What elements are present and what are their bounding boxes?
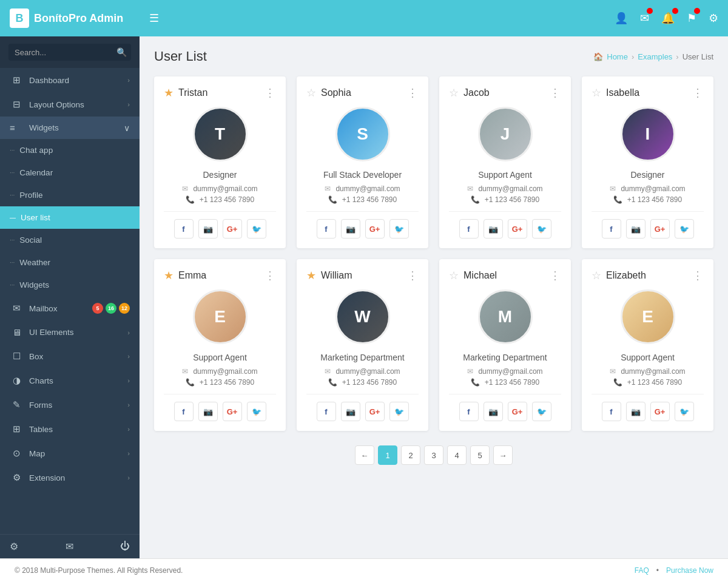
- card-star[interactable]: ☆: [449, 269, 459, 282]
- instagram-button[interactable]: 📷: [198, 219, 218, 239]
- sidebar-item-mailbox[interactable]: ✉ Mailbox 5 16 12: [0, 296, 140, 320]
- twitter-button[interactable]: 🐦: [389, 402, 409, 421]
- card-star[interactable]: ☆: [306, 86, 316, 100]
- menu-toggle-icon[interactable]: ☰: [149, 12, 615, 25]
- card-star[interactable]: ★: [164, 86, 174, 100]
- card-menu-dots[interactable]: ⋮: [692, 86, 704, 100]
- footer-mail-icon[interactable]: ✉: [66, 541, 73, 552]
- card-menu-dots[interactable]: ⋮: [550, 86, 561, 100]
- avatar-placeholder: W: [337, 291, 388, 342]
- footer-power-icon[interactable]: ⏻: [120, 541, 130, 552]
- card-star[interactable]: ★: [164, 269, 174, 282]
- instagram-button[interactable]: 📷: [341, 402, 360, 421]
- pagination-page-1[interactable]: 1: [378, 445, 397, 465]
- google-button[interactable]: G+: [223, 219, 242, 239]
- twitter-button[interactable]: 🐦: [247, 219, 266, 239]
- sidebar-item-map[interactable]: ⊙ Map ›: [0, 441, 140, 465]
- card-star[interactable]: ☆: [449, 86, 459, 100]
- pagination-page-5[interactable]: 5: [470, 445, 490, 465]
- twitter-button[interactable]: 🐦: [675, 219, 694, 239]
- card-email-value: dummy@gmail.com: [621, 367, 685, 376]
- instagram-button[interactable]: 📷: [484, 219, 503, 239]
- main-content: User List 🏠 Home › Examples › User List …: [140, 36, 728, 558]
- card-star[interactable]: ☆: [592, 86, 601, 100]
- twitter-button[interactable]: 🐦: [532, 219, 551, 239]
- pagination-page-2[interactable]: 2: [401, 445, 420, 465]
- sidebar-item-layout-options[interactable]: ⊟ Layout Options ›: [0, 92, 140, 117]
- sidebar-item-widgets-sub[interactable]: ··· Widgets: [0, 274, 140, 296]
- card-star[interactable]: ★: [306, 269, 316, 282]
- breadcrumb-home-link[interactable]: Home: [607, 52, 628, 61]
- user-profile-icon[interactable]: 👤: [615, 12, 628, 25]
- pagination-page-4[interactable]: 4: [447, 445, 467, 465]
- facebook-button[interactable]: f: [317, 219, 336, 239]
- instagram-button[interactable]: 📷: [626, 402, 645, 421]
- twitter-button[interactable]: 🐦: [389, 219, 409, 239]
- search-input[interactable]: [15, 48, 116, 57]
- instagram-button[interactable]: 📷: [198, 402, 218, 421]
- facebook-button[interactable]: f: [174, 402, 194, 421]
- card-phone-value: +1 123 456 7890: [627, 378, 682, 387]
- sidebar-item-calendar[interactable]: ··· Calendar: [0, 161, 140, 184]
- google-button[interactable]: G+: [365, 219, 385, 239]
- facebook-button[interactable]: f: [602, 219, 621, 239]
- card-menu-dots[interactable]: ⋮: [550, 269, 561, 282]
- card-star[interactable]: ☆: [592, 269, 601, 282]
- card-menu-dots[interactable]: ⋮: [407, 86, 419, 100]
- sidebar-item-profile[interactable]: ··· Profile: [0, 184, 140, 206]
- logo-text: BonítoPro Admin: [34, 12, 123, 25]
- card-avatar-wrap: J: [449, 107, 561, 161]
- phone-icon: 📞: [613, 195, 622, 204]
- search-icon[interactable]: 🔍: [116, 47, 127, 57]
- chevron-right-icon: ›: [127, 450, 130, 457]
- sidebar-item-weather[interactable]: ··· Weather: [0, 251, 140, 274]
- google-button[interactable]: G+: [650, 402, 670, 421]
- sidebar-item-chat-app[interactable]: ··· Chat app: [0, 139, 140, 161]
- breadcrumb-examples-link[interactable]: Examples: [638, 52, 672, 61]
- settings-icon[interactable]: ⚙: [709, 12, 718, 25]
- twitter-button[interactable]: 🐦: [247, 402, 266, 421]
- sidebar-item-social[interactable]: ··· Social: [0, 229, 140, 251]
- instagram-button[interactable]: 📷: [341, 219, 360, 239]
- sidebar-item-box[interactable]: ☐ Box ›: [0, 344, 140, 368]
- sidebar-item-tables[interactable]: ⊞ Tables ›: [0, 417, 140, 441]
- google-button[interactable]: G+: [223, 402, 242, 421]
- mail-icon[interactable]: ✉: [640, 12, 649, 25]
- sidebar-item-dashboard[interactable]: ⊞ Dashboard ›: [0, 68, 140, 92]
- sidebar-item-widgets-header[interactable]: ≡ Widgets ∨: [0, 117, 140, 139]
- instagram-button[interactable]: 📷: [484, 402, 503, 421]
- twitter-button[interactable]: 🐦: [675, 402, 694, 421]
- card-menu-dots[interactable]: ⋮: [265, 269, 276, 282]
- pagination-next[interactable]: →: [493, 445, 513, 465]
- bell-icon[interactable]: 🔔: [661, 12, 675, 25]
- sidebar-item-forms[interactable]: ✎ Forms ›: [0, 393, 140, 417]
- google-button[interactable]: G+: [365, 402, 385, 421]
- facebook-button[interactable]: f: [317, 402, 336, 421]
- footer-purchase-link[interactable]: Purchase Now: [666, 566, 713, 575]
- google-button[interactable]: G+: [508, 402, 527, 421]
- chevron-down-icon: ∨: [124, 123, 130, 133]
- card-menu-dots[interactable]: ⋮: [407, 269, 419, 282]
- footer-faq-link[interactable]: FAQ: [635, 566, 649, 575]
- card-phone-value: +1 123 456 7890: [485, 195, 539, 204]
- facebook-button[interactable]: f: [459, 402, 479, 421]
- pagination-page-3[interactable]: 3: [424, 445, 443, 465]
- sidebar-item-extension[interactable]: ⚙ Extension ›: [0, 465, 140, 490]
- facebook-button[interactable]: f: [459, 219, 479, 239]
- instagram-button[interactable]: 📷: [626, 219, 645, 239]
- card-menu-dots[interactable]: ⋮: [692, 269, 704, 282]
- google-button[interactable]: G+: [508, 219, 527, 239]
- card-phone: 📞 +1 123 456 7890: [164, 378, 276, 387]
- card-menu-dots[interactable]: ⋮: [265, 86, 276, 100]
- facebook-button[interactable]: f: [174, 219, 194, 239]
- twitter-button[interactable]: 🐦: [532, 402, 551, 421]
- footer-settings-icon[interactable]: ⚙: [10, 541, 18, 552]
- flag-icon[interactable]: ⚑: [687, 12, 696, 25]
- sidebar-item-charts[interactable]: ◑ Charts ›: [0, 368, 140, 393]
- card-phone: 📞 +1 123 456 7890: [449, 195, 561, 204]
- sidebar-item-user-list[interactable]: — User list: [0, 206, 140, 229]
- pagination-prev[interactable]: ←: [355, 445, 374, 465]
- facebook-button[interactable]: f: [602, 402, 621, 421]
- google-button[interactable]: G+: [650, 219, 670, 239]
- sidebar-item-ui-elements[interactable]: 🖥 UI Elements ›: [0, 320, 140, 344]
